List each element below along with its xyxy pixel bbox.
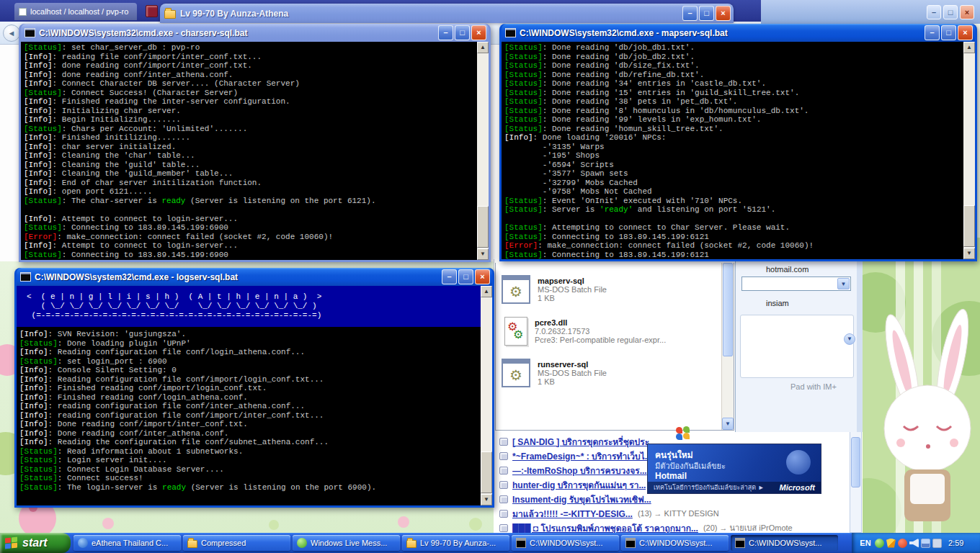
chevron-down-icon[interactable]: ▼ bbox=[844, 333, 855, 345]
log-level-tag: [Info] bbox=[24, 143, 53, 151]
minimize-button[interactable]: – bbox=[927, 5, 941, 19]
scrollbar-thumb[interactable] bbox=[723, 263, 733, 356]
messenger-email-combo[interactable]: ▼ bbox=[741, 276, 851, 291]
tray-update-icon[interactable] bbox=[898, 539, 907, 548]
maximize-button[interactable]: □ bbox=[458, 269, 473, 284]
log-level-tag: [Info] bbox=[24, 133, 53, 142]
console-line: [Info]: SVN Revision: 'gusjungsza'. bbox=[19, 330, 479, 339]
scrollbar-track[interactable] bbox=[477, 53, 489, 248]
file-item[interactable]: ⚙mapserv-sqlMS-DOS Batch File1 KB bbox=[502, 269, 718, 310]
log-level-tag: [Status] bbox=[19, 456, 58, 464]
log-level-tag: [Info] bbox=[24, 97, 53, 106]
taskbar-button[interactable]: C:\WINDOWS\syst... bbox=[512, 535, 619, 551]
forum-topic-row: ███ ◘ โปรแกรมพิมพ์ภาพชุดออโต้ ราคาถูกมาก… bbox=[499, 521, 850, 533]
browser-tab[interactable]: localhost / localhost / pvp-ro bbox=[14, 3, 137, 20]
minimize-button[interactable]: – bbox=[925, 25, 940, 40]
cmd-icon bbox=[625, 538, 636, 548]
close-icon[interactable]: × bbox=[958, 25, 973, 40]
close-icon[interactable]: × bbox=[475, 269, 490, 284]
forum-topic-link[interactable]: มาแล้วว!!!!! -=-KITTY-DESIG... bbox=[512, 507, 633, 521]
tray-shield-icon[interactable] bbox=[886, 539, 896, 548]
console-text: < ( e | n | g | l | i | s | h ) ( A | t … bbox=[17, 286, 481, 505]
file-item[interactable]: ⚙runserver-sqlMS-DOS Batch File1 KB bbox=[502, 352, 718, 394]
console-scrollbar[interactable]: ▲ ▼ bbox=[481, 286, 492, 505]
close-icon[interactable]: × bbox=[960, 5, 974, 19]
scrollbar-thumb[interactable] bbox=[851, 437, 860, 487]
explorer-titlebar[interactable]: Lv 99-70 By Aunza-Athena – □ × bbox=[160, 4, 734, 23]
taskbar-button[interactable]: C:\WINDOWS\syst... bbox=[621, 535, 729, 551]
tray-messenger-icon[interactable] bbox=[875, 539, 884, 548]
log-level-tag: [Info] bbox=[24, 71, 53, 79]
forum-topic-link[interactable]: Insument-dig รับขุดโปรไพเวทเซิฟ... bbox=[512, 493, 651, 506]
batch-file-icon: ⚙ bbox=[502, 359, 530, 387]
taskbar-button[interactable]: Compressed bbox=[183, 535, 290, 551]
scroll-up-button[interactable]: ▲ bbox=[963, 42, 975, 53]
titlebar[interactable]: C:\WINDOWS\system32\cmd.exe - mapserv-sq… bbox=[502, 24, 975, 42]
forum-topic-link[interactable]: hunter-dig บริการขุดกันแม่นๆ รา... bbox=[512, 478, 646, 492]
messenger-scrollbar[interactable] bbox=[857, 261, 863, 432]
back-button[interactable]: ◄ bbox=[3, 24, 20, 42]
tray-usb-icon[interactable] bbox=[932, 539, 942, 548]
scrollbar-thumb[interactable] bbox=[477, 206, 489, 248]
maximize-button[interactable]: □ bbox=[455, 25, 470, 40]
taskbar-button-label: Compressed bbox=[201, 539, 246, 547]
file-detail: 1 KB bbox=[538, 294, 607, 302]
maximize-button[interactable]: □ bbox=[699, 6, 714, 21]
cmd-window-logserv: C:\WINDOWS\system32\cmd.exe - logserv-sq… bbox=[14, 268, 494, 508]
scrollbar-track[interactable] bbox=[963, 53, 975, 248]
close-icon[interactable]: × bbox=[471, 25, 486, 40]
file-type: MS-DOS Batch File bbox=[538, 369, 607, 377]
log-level-tag: [Status] bbox=[504, 115, 543, 124]
minimize-button[interactable]: – bbox=[682, 6, 698, 21]
console-line: -'3135' Warps bbox=[504, 143, 962, 152]
tray-volume-icon[interactable] bbox=[909, 539, 919, 548]
topic-icon bbox=[499, 510, 508, 518]
forum-topic-link[interactable]: —:-ItemRoShop บริการครบวงจร... bbox=[512, 464, 647, 477]
log-level-tag: [Status] bbox=[504, 71, 543, 79]
log-level-tag: [Info] bbox=[504, 133, 533, 142]
scrollbar-thumb[interactable] bbox=[963, 205, 975, 247]
scrollbar-thumb[interactable] bbox=[481, 451, 492, 493]
browser-scrollbar[interactable] bbox=[850, 431, 862, 533]
console-line: [Info]: Done reading conf/inter_athena.c… bbox=[19, 429, 479, 439]
file-item[interactable]: ⚙⚙pcre3.dll7.0.2632.17573Pcre3: Perl-com… bbox=[502, 310, 718, 352]
maximize-button[interactable]: □ bbox=[943, 5, 958, 19]
console-line: [Info]: Finished reading the inter-serve… bbox=[24, 97, 476, 107]
titlebar[interactable]: C:\WINDOWS\system32\cmd.exe - logserv-sq… bbox=[17, 268, 492, 286]
scroll-down-button[interactable]: ▼ bbox=[722, 418, 734, 430]
scroll-up-button[interactable]: ▲ bbox=[477, 42, 489, 53]
tray-network-icon[interactable] bbox=[921, 539, 930, 548]
scroll-down-button[interactable]: ▼ bbox=[481, 494, 492, 505]
scroll-down-button[interactable]: ▼ bbox=[477, 248, 489, 260]
minimize-button[interactable]: – bbox=[442, 269, 457, 284]
background-tab-icon[interactable] bbox=[146, 5, 158, 17]
titlebar[interactable]: C:\WINDOWS\system32\cmd.exe - charserv-s… bbox=[21, 24, 489, 42]
chevron-down-icon[interactable]: ▼ bbox=[837, 278, 850, 289]
console-line: [Status]: The char-server is ready (Serv… bbox=[24, 197, 476, 206]
forum-topic-link[interactable]: *~FrameDesign~* : บริการทำเว็บไ... bbox=[512, 449, 652, 463]
scroll-down-button[interactable]: ▼ bbox=[963, 248, 975, 259]
log-level-tag: [Info] bbox=[19, 393, 48, 402]
clock[interactable]: 2:59 bbox=[948, 539, 963, 547]
minimize-button[interactable]: – bbox=[438, 25, 453, 40]
taskbar-button[interactable]: Lv 99-70 By Aunza-... bbox=[402, 535, 509, 551]
console-scrollbar[interactable]: ▲ ▼ bbox=[477, 42, 489, 260]
file-list-scrollbar[interactable]: ▼ bbox=[721, 263, 734, 430]
language-indicator[interactable]: EN bbox=[858, 539, 873, 547]
hotmail-ad-banner[interactable]: คนรุ่นใหม่ มีตัวป้องกันอีเมล์ขยะ Hotmail… bbox=[647, 444, 821, 494]
scroll-up-button[interactable]: ▲ bbox=[481, 286, 492, 297]
taskbar-button[interactable]: eAthena Thailand C... bbox=[74, 535, 181, 551]
forum-topic-link[interactable]: ███ ◘ โปรแกรมพิมพ์ภาพชุดออโต้ ราคาถูกมาก… bbox=[512, 521, 698, 534]
log-level-tag: [Status] bbox=[24, 197, 62, 205]
console-scrollbar[interactable]: ▲ ▼ bbox=[963, 42, 975, 259]
console-line: [Status]: Attempting to connect to Char … bbox=[504, 223, 962, 233]
taskbar-button[interactable]: C:\WINDOWS\syst... bbox=[731, 535, 838, 551]
messenger-panel: hotmail.com ▼ insiam Pad with IM+ ▼ bbox=[735, 261, 863, 432]
start-button[interactable]: start bbox=[0, 533, 71, 553]
maximize-button[interactable]: □ bbox=[941, 25, 956, 40]
taskbar-button[interactable]: Windows Live Mess... bbox=[293, 535, 400, 551]
topic-meta: (13) → KITTY DESIGN bbox=[638, 509, 719, 518]
scrollbar-track[interactable] bbox=[481, 297, 492, 494]
forum-topic-link[interactable]: [ SAN-DIG ] บริการขุดกระหรี่ชุดประ... bbox=[512, 435, 656, 449]
close-icon[interactable]: × bbox=[716, 6, 731, 21]
